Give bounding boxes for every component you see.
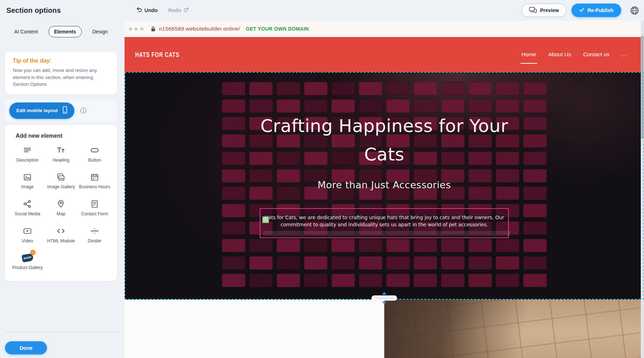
topbar: Section options Undo Redo Preview — [0, 0, 644, 21]
next-section — [125, 300, 644, 358]
element-video[interactable]: Video — [12, 226, 43, 244]
edit-mobile-layout-button[interactable]: Edit mobile layout — [9, 102, 74, 119]
page-title: Section options — [0, 6, 61, 15]
element-label: Contact Form — [81, 211, 108, 217]
resize-arrow-up-icon — [382, 292, 386, 295]
site-nav: Home About Us Contact us ... — [521, 51, 627, 58]
element-image-gallery[interactable]: Image Gallery — [45, 172, 76, 190]
element-label: Divider — [88, 238, 101, 244]
add-element-title: Add new element — [16, 133, 111, 139]
element-label: Social Media — [15, 211, 40, 217]
done-button[interactable]: Done — [5, 341, 47, 354]
resize-dotted-line — [375, 298, 393, 299]
element-html-module[interactable]: HTML Module — [45, 226, 76, 244]
phone-icon — [62, 106, 68, 115]
element-label: Map — [57, 211, 65, 217]
element-heading[interactable]: Heading — [45, 146, 76, 163]
element-description[interactable]: Description — [12, 146, 43, 163]
browser-dot — [134, 27, 138, 31]
nav-contact-us[interactable]: Contact us — [582, 51, 610, 58]
element-label: Description — [16, 158, 39, 163]
element-contact-form[interactable]: Contact Form — [79, 199, 110, 217]
hero-subheading[interactable]: More than Just Accessories — [318, 179, 451, 190]
hero-tile — [523, 274, 547, 287]
tab-design[interactable]: Design — [86, 26, 114, 37]
hero-tile — [222, 274, 246, 287]
element-image[interactable]: Image — [12, 172, 43, 190]
hero-tile — [304, 274, 328, 287]
hero-tile — [332, 274, 355, 287]
button-icon — [90, 146, 99, 155]
element-label: Video — [22, 238, 33, 244]
hero-tile — [469, 256, 492, 270]
resize-pill-body — [371, 295, 397, 301]
element-divider[interactable]: Divider — [79, 226, 110, 244]
next-section-left — [125, 300, 384, 358]
preview-button[interactable]: Preview — [522, 4, 566, 17]
heading-icon — [56, 146, 65, 155]
republish-label: Re-Publish — [587, 7, 613, 13]
resize-arrow-down-icon — [382, 301, 386, 304]
hero-content: Crafting Happiness for Your Cats More th… — [125, 72, 644, 238]
check-icon — [579, 7, 584, 13]
tab-elements[interactable]: Elements — [48, 26, 82, 37]
element-label: HTML Module — [47, 238, 75, 244]
mobile-layout-card: Edit mobile layout — [5, 99, 117, 122]
hero-tile — [277, 239, 300, 252]
element-product-gallery[interactable]: SHOP ↑ Product Gallery — [12, 253, 43, 271]
add-element-panel: Add new element Description Heading — [5, 125, 117, 281]
get-domain-link[interactable]: GET YOUR OWN DOMAIN — [246, 26, 309, 32]
nav-about-us[interactable]: About Us — [548, 51, 572, 58]
hover-highlight-bar — [263, 231, 510, 236]
next-section-photo — [384, 300, 644, 358]
element-label: Image — [21, 184, 34, 190]
browser-bar: n1566589.websitebuilder.online/ GET YOUR… — [125, 21, 644, 37]
hero-tile — [469, 274, 492, 287]
hero-paragraph[interactable]: Hats for Cats, we are dedicated to craft… — [264, 214, 505, 228]
element-business-hours[interactable]: Business Hours — [79, 172, 110, 190]
element-button[interactable]: Button — [79, 146, 110, 163]
hero-tile — [359, 256, 382, 270]
hero-tile — [386, 274, 410, 287]
tab-ai-content[interactable]: AI Content — [9, 26, 43, 37]
preview-label: Preview — [540, 7, 559, 13]
hero-tile — [386, 256, 410, 270]
hero-tile — [414, 256, 437, 270]
hero-tile — [359, 239, 382, 252]
html-module-icon — [56, 226, 65, 236]
hero-tile — [414, 274, 437, 287]
nav-home[interactable]: Home — [521, 51, 537, 58]
language-globe-icon[interactable] — [629, 5, 640, 16]
description-icon — [23, 146, 32, 155]
hero-section[interactable]: Crafting Happiness for Your Cats More th… — [125, 72, 644, 300]
app-window: Section options Undo Redo Preview — [0, 0, 644, 358]
upgrade-arrow-badge: ↑ — [30, 250, 36, 255]
hero-tile — [441, 274, 465, 287]
info-icon[interactable] — [80, 107, 87, 114]
element-label: Button — [88, 158, 101, 163]
hero-tile — [249, 239, 273, 252]
hero-tile — [332, 239, 355, 252]
undo-button[interactable]: Undo — [136, 7, 158, 14]
browser-dots — [129, 27, 143, 31]
image-gallery-icon — [56, 172, 65, 182]
selection-handle[interactable] — [262, 216, 269, 223]
site-header[interactable]: Hats for Cats Home About Us Contact us .… — [125, 37, 644, 72]
selected-paragraph-box[interactable]: Hats for Cats, we are dedicated to craft… — [260, 208, 509, 238]
redo-icon — [184, 7, 190, 14]
contact-form-icon — [90, 199, 99, 209]
element-social-media[interactable]: Social Media — [12, 199, 43, 217]
element-map[interactable]: Map — [45, 199, 76, 217]
hero-tile — [222, 239, 246, 252]
redo-button[interactable]: Redo — [168, 7, 190, 14]
site-preview: Hats for Cats Home About Us Contact us .… — [125, 37, 644, 358]
hero-heading[interactable]: Crafting Happiness for Your Cats — [260, 112, 509, 169]
sidebar-divider — [5, 332, 117, 332]
hero-tile — [386, 239, 410, 252]
section-resize-handle[interactable] — [371, 292, 397, 304]
site-logo[interactable]: Hats for Cats — [135, 51, 179, 58]
nav-home-label: Home — [522, 51, 536, 57]
republish-button[interactable]: Re-Publish — [571, 4, 621, 17]
active-nav-underline — [521, 63, 537, 64]
nav-more[interactable]: ... — [621, 51, 627, 58]
